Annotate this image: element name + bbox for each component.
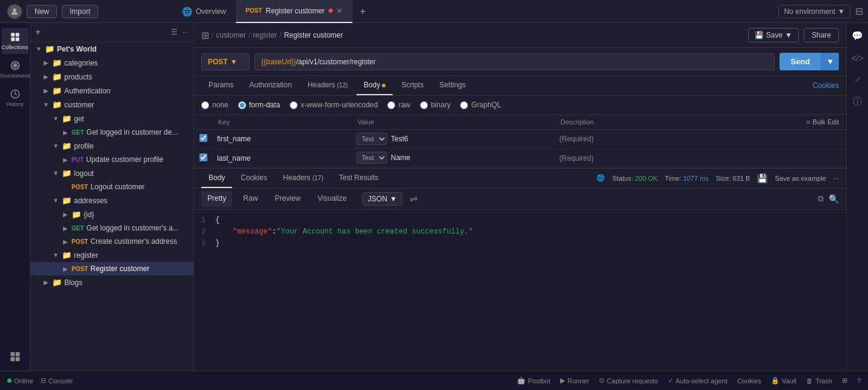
body-label: Body <box>364 81 380 89</box>
console-item[interactable]: ⊟ Console <box>41 377 73 385</box>
info-icon[interactable]: ⓘ <box>850 93 864 110</box>
row2-type-select[interactable]: TextFile <box>356 152 387 164</box>
format-tab-raw[interactable]: Raw <box>237 191 264 207</box>
save-button[interactable]: 💾 Save ▼ <box>748 28 799 42</box>
sidebar-item-register[interactable]: ▼ 📁 register <box>30 248 193 262</box>
sidebar-item-customer[interactable]: ▼ 📁 customer <box>30 98 193 112</box>
sidebar-item-blogs[interactable]: ▶ 📁 Blogs <box>30 275 193 289</box>
method-select[interactable]: POST ▼ <box>201 53 250 70</box>
breadcrumb-customer[interactable]: customer <box>216 31 245 39</box>
sidebar-item-apps[interactable] <box>2 348 28 366</box>
sidebar-item-logout-customer[interactable]: POST Logout customer <box>30 180 193 193</box>
trash-item[interactable]: 🗑 Trash <box>806 377 832 385</box>
layout-icon[interactable]: ⊟ <box>855 5 863 17</box>
sidebar-item-get-logged-in[interactable]: ▶ GET Get logged in customer de... <box>30 126 193 139</box>
comment-icon[interactable]: 💬 <box>849 28 866 44</box>
tab-body[interactable]: Body <box>356 76 393 95</box>
send-button[interactable]: Send ▼ <box>780 53 839 70</box>
format-tab-preview[interactable]: Preview <box>269 191 307 207</box>
sidebar-item-id[interactable]: ▶ 📁 {id} <box>30 207 193 221</box>
new-button[interactable]: New <box>27 5 57 18</box>
row2-checkbox[interactable] <box>199 153 207 161</box>
resp-tab-cookies[interactable]: Cookies <box>233 169 274 188</box>
option-binary[interactable]: binary <box>420 101 451 109</box>
tab-settings[interactable]: Settings <box>432 76 473 95</box>
wrap-icon[interactable]: ⇌ <box>410 193 418 204</box>
register-folder-icon: 📁 <box>62 250 72 260</box>
sidebar-item-get[interactable]: ▼ 📁 get <box>30 112 193 126</box>
vault-item[interactable]: 🔒 Vault <box>771 377 796 385</box>
tab-scripts[interactable]: Scripts <box>394 76 431 95</box>
capture-item[interactable]: ⊙ Capture requests <box>599 377 658 385</box>
more-icon[interactable]: ··· <box>182 28 189 36</box>
agent-item[interactable]: ✓ Auto-select agent <box>668 377 728 385</box>
option-graphql[interactable]: GraphQL <box>460 101 501 109</box>
resp-tab-body[interactable]: Body <box>201 169 232 188</box>
runner-item[interactable]: ▶ Runner <box>560 377 589 385</box>
option-form-data[interactable]: form-data <box>238 101 280 109</box>
row1-checkbox[interactable] <box>199 134 207 142</box>
add-collection-icon[interactable]: + <box>35 27 41 38</box>
row2-key[interactable]: last_name <box>212 149 352 167</box>
tab-register-customer[interactable]: POST Register customer ✕ <box>236 0 353 23</box>
url-input[interactable]: {{baseUrl}}/api/v1/customer/register <box>255 53 775 70</box>
sidebar-item-collections[interactable]: Collections <box>2 28 28 54</box>
resize-icon[interactable]: ⤢ <box>852 73 863 86</box>
row2-value[interactable]: Name <box>391 153 410 162</box>
format-chevron: ▼ <box>390 195 397 203</box>
code-icon[interactable]: </> <box>849 51 866 66</box>
col-bulk-edit[interactable]: ≡Bulk Edit <box>699 115 846 130</box>
tab-authorization[interactable]: Authorization <box>242 76 299 95</box>
resp-tab-headers[interactable]: Headers (17) <box>276 169 331 188</box>
sidebar-item-authentication[interactable]: ▶ 📁 Authentication <box>30 84 193 98</box>
share-button[interactable]: Share <box>804 28 839 42</box>
register-arrow-icon: ▼ <box>52 252 59 258</box>
tab-overview[interactable]: 🌐 Overview <box>172 0 236 23</box>
tab-headers[interactable]: Headers (12) <box>300 76 355 95</box>
import-button[interactable]: Import <box>62 5 98 18</box>
sidebar-item-register-customer[interactable]: ▶ POST Register customer <box>30 262 193 275</box>
grid-icon-item[interactable]: ⊞ <box>842 377 847 385</box>
sidebar-item-environments[interactable]: Environments <box>2 56 28 82</box>
filter-icon[interactable]: ☰ <box>171 28 178 36</box>
sidebar-item-create-address[interactable]: ▶ POST Create customer's address <box>30 235 193 248</box>
tab-close-icon[interactable]: ✕ <box>336 7 342 15</box>
sidebar-item-categories[interactable]: ▶ 📁 categories <box>30 56 193 70</box>
row1-type-value: TextFile Test6 <box>352 130 555 149</box>
copy-icon[interactable]: ⧉ <box>818 193 824 204</box>
option-raw[interactable]: raw <box>387 101 410 109</box>
cookies-item[interactable]: Cookies <box>737 377 761 385</box>
tab-params[interactable]: Params <box>201 76 241 95</box>
collection-header[interactable]: ▼ 📁 Pet's World <box>30 42 193 56</box>
add-tab-button[interactable]: + <box>353 6 373 17</box>
sidebar-item-logout[interactable]: ▼ 📁 logout <box>30 166 193 180</box>
sidebar-item-update-profile[interactable]: ▶ PUT Update customer profile <box>30 153 193 166</box>
option-none[interactable]: none <box>201 101 229 109</box>
resp-tab-test[interactable]: Test Results <box>332 169 386 188</box>
user-avatar[interactable] <box>7 4 22 19</box>
sidebar-item-get-address[interactable]: ▶ GET Get logged in customer's a... <box>30 221 193 235</box>
bulk-edit-label[interactable]: Bulk Edit <box>813 118 839 126</box>
env-selector[interactable]: No environment ▼ <box>778 5 850 18</box>
row1-type-select[interactable]: TextFile <box>356 133 387 145</box>
sidebar-item-history[interactable]: History <box>2 85 28 111</box>
help-icon-item[interactable]: ? <box>857 377 861 385</box>
postbot-item[interactable]: 🤖 Postbot <box>517 377 550 385</box>
env-chevron-icon: ▼ <box>838 7 845 16</box>
save-example-label[interactable]: Save as example <box>775 175 826 182</box>
sidebar-item-products[interactable]: ▶ 📁 products <box>30 70 193 84</box>
sidebar-item-addresses[interactable]: ▼ 📁 addresses <box>30 193 193 207</box>
col-value: Value <box>352 115 555 130</box>
save-label: Save <box>766 31 783 39</box>
breadcrumb-register[interactable]: register <box>253 31 277 39</box>
search-icon[interactable]: 🔍 <box>829 194 839 204</box>
row1-value[interactable]: Test6 <box>391 135 409 143</box>
format-tab-pretty[interactable]: Pretty <box>201 191 232 207</box>
option-urlencoded[interactable]: x-www-form-urlencoded <box>290 101 378 109</box>
cookies-link[interactable]: Cookies <box>813 81 839 90</box>
format-tab-visualize[interactable]: Visualize <box>312 191 353 207</box>
more-resp-icon[interactable]: ··· <box>833 175 839 182</box>
row1-key[interactable]: first_name <box>212 130 352 149</box>
sidebar-item-profile[interactable]: ▼ 📁 profile <box>30 139 193 153</box>
format-dropdown[interactable]: JSON ▼ <box>362 192 402 206</box>
